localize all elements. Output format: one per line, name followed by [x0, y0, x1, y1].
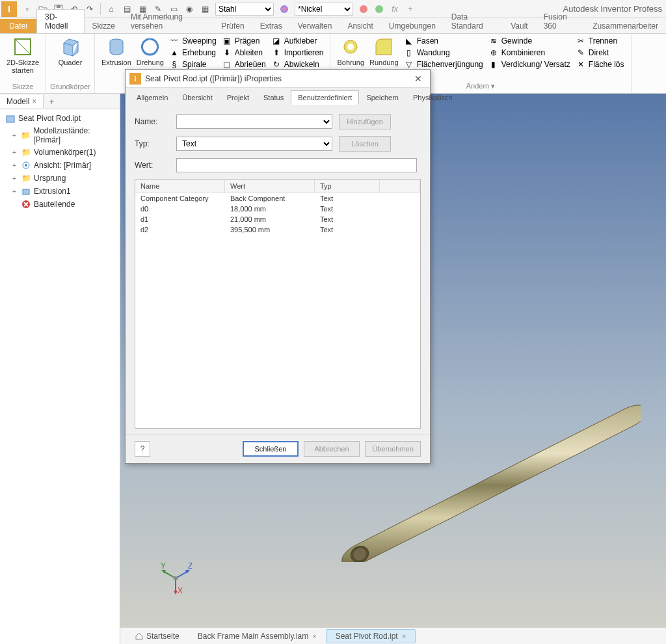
- btn-wandung[interactable]: ▯Wandung: [401, 47, 486, 59]
- folder-icon: 📁: [21, 130, 31, 141]
- iproperties-dialog: i Seat Pivot Rod.ipt ([Primär]) iPropert…: [125, 69, 431, 464]
- dtab-benutzerdefiniert[interactable]: Benutzerdefiniert: [291, 90, 359, 105]
- btn-importieren[interactable]: ⬆Importieren: [269, 47, 326, 59]
- help-button[interactable]: ?: [135, 441, 150, 457]
- fx-icon[interactable]: fx: [388, 2, 402, 16]
- dtab-status[interactable]: Status: [256, 90, 291, 105]
- svg-text:Y: Y: [161, 562, 166, 570]
- tab-document[interactable]: Back Frame Main Assembly.iam ×: [189, 630, 326, 643]
- expand-icon[interactable]: +: [10, 188, 18, 195]
- appearance-select[interactable]: *Nickel: [295, 3, 353, 16]
- dtab-uebersicht[interactable]: Übersicht: [175, 90, 219, 105]
- close-icon[interactable]: ×: [402, 632, 406, 640]
- btn-erhebung[interactable]: ▲Erhebung: [166, 47, 219, 59]
- expand-icon[interactable]: +: [10, 175, 18, 182]
- table-row[interactable]: Component CategoryBack ComponentText: [135, 193, 420, 204]
- tab-data-standard[interactable]: Data Standard: [444, 10, 503, 33]
- redo-icon[interactable]: ↷: [83, 2, 97, 16]
- tab-3d-modell[interactable]: 3D-Modell: [36, 9, 85, 33]
- home-icon[interactable]: ⌂: [104, 2, 118, 16]
- color-wheel-2-icon[interactable]: [356, 2, 371, 16]
- expand-icon[interactable]: +: [10, 162, 18, 169]
- btn-praegen[interactable]: ▣Prägen: [219, 35, 269, 47]
- cell: d2: [135, 224, 225, 235]
- btn-quader[interactable]: Quader: [56, 35, 85, 68]
- table-row[interactable]: d2395,500 mmText: [135, 224, 420, 235]
- col-typ[interactable]: Typ: [315, 180, 380, 193]
- tab-file[interactable]: Datei: [0, 19, 36, 33]
- wert-field[interactable]: [176, 158, 417, 172]
- btn-fasen[interactable]: ◣Fasen: [401, 35, 486, 47]
- axis-widget[interactable]: X Y Z: [159, 562, 192, 595]
- tree-item[interactable]: +📁Ursprung: [1, 172, 118, 185]
- expand-icon[interactable]: +: [10, 132, 18, 139]
- col-wert[interactable]: Wert: [225, 180, 315, 193]
- btn-2d-skizze[interactable]: 2D-Skizze starten: [4, 35, 42, 75]
- btn-drehung[interactable]: Drehung: [134, 35, 166, 68]
- properties-table[interactable]: Name Wert Typ Component CategoryBack Com…: [135, 179, 421, 429]
- tab-extras[interactable]: Extras: [252, 19, 290, 33]
- table-row[interactable]: d121,000 mmText: [135, 214, 420, 224]
- col-spacer: [380, 180, 420, 193]
- browser-tab-modell[interactable]: Modell×: [0, 95, 44, 108]
- typ-field[interactable]: Text: [176, 137, 332, 151]
- color-wheel-1-icon[interactable]: [277, 2, 291, 16]
- btn-label: Extrusion: [101, 59, 131, 66]
- btn-aufkleber[interactable]: ◪Aufkleber: [269, 35, 326, 47]
- tab-verwalten[interactable]: Verwalten: [290, 19, 340, 33]
- table-row[interactable]: d018,000 mmText: [135, 204, 420, 214]
- tab-ansicht[interactable]: Ansicht: [340, 19, 380, 33]
- add-tab-button[interactable]: +: [44, 96, 59, 107]
- appearance-selector[interactable]: *Nickel: [295, 3, 353, 16]
- tab-umgebungen[interactable]: Umgebungen: [381, 19, 444, 33]
- tree-item[interactable]: +Ansicht: [Primär]: [1, 159, 118, 172]
- separator: [100, 3, 101, 15]
- close-icon[interactable]: ×: [312, 632, 316, 640]
- tree-item[interactable]: +📁Volumenkörper(1): [1, 146, 118, 159]
- tab-startseite[interactable]: Startseite: [126, 630, 189, 643]
- tab-vault[interactable]: Vault: [503, 19, 535, 33]
- btn-flaeche-loes[interactable]: ✕Fläche lös: [573, 59, 627, 70]
- btn-label: Verdickung/ Versatz: [501, 60, 570, 69]
- btn-trennen[interactable]: ✂Trennen: [573, 35, 627, 47]
- tree-item[interactable]: Bauteilende: [1, 198, 118, 211]
- btn-kombinieren[interactable]: ⊕Kombinieren: [486, 47, 573, 59]
- ableiten-icon: ⬇: [222, 47, 232, 58]
- btn-label: Trennen: [589, 36, 617, 46]
- tree-root[interactable]: Seat Pivot Rod.ipt: [1, 112, 118, 125]
- dialog-body: Name: Hinzufügen Typ: Text Löschen Wert:…: [126, 105, 430, 434]
- part-icon: [5, 113, 16, 124]
- material-select-1[interactable]: Stahl: [215, 3, 274, 16]
- dtab-speichern[interactable]: Speichern: [359, 90, 406, 105]
- tab-zusammenarbeiter[interactable]: Zusammenarbeiter: [585, 19, 666, 33]
- btn-verdickung[interactable]: ▮Verdickung/ Versatz: [486, 59, 573, 70]
- plus-icon[interactable]: +: [403, 2, 418, 16]
- close-icon[interactable]: ×: [32, 97, 36, 106]
- btn-gewinde[interactable]: ≋Gewinde: [486, 35, 573, 47]
- tree-item[interactable]: +Extrusion1: [1, 185, 118, 198]
- close-button[interactable]: ✕: [410, 72, 426, 85]
- btn-sweeping[interactable]: 〰Sweeping: [166, 35, 219, 47]
- btn-direkt[interactable]: ✎Direkt: [573, 47, 627, 59]
- tab-document-active[interactable]: Seat Pivot Rod.ipt ×: [326, 629, 416, 643]
- close-dialog-button[interactable]: Schließen: [243, 441, 299, 457]
- dtab-physikalisch[interactable]: Physikalisch: [406, 90, 460, 105]
- material-selector-1[interactable]: Stahl: [215, 3, 274, 16]
- dtab-projekt[interactable]: Projekt: [220, 90, 256, 105]
- btn-label: Importieren: [284, 48, 324, 57]
- new-icon[interactable]: ▫: [20, 2, 34, 16]
- col-name[interactable]: Name: [135, 180, 225, 193]
- dialog-titlebar[interactable]: i Seat Pivot Rod.ipt ([Primär]) iPropert…: [126, 70, 430, 88]
- name-field[interactable]: [176, 114, 332, 129]
- expand-icon[interactable]: +: [10, 149, 18, 156]
- btn-ableiten[interactable]: ⬇Ableiten: [219, 47, 269, 59]
- extrusion-icon: [106, 36, 127, 57]
- tab-skizze[interactable]: Skizze: [85, 19, 123, 33]
- tab-pruefen[interactable]: Prüfen: [213, 19, 252, 33]
- tree-item[interactable]: +📁Modellzustände: [Primär]: [1, 125, 118, 146]
- tab-anmerkung[interactable]: Mit Anmerkung versehen: [123, 10, 213, 33]
- dtab-allgemein[interactable]: Allgemein: [129, 90, 175, 105]
- tab-fusion360[interactable]: Fusion 360: [536, 10, 585, 33]
- btn-extrusion[interactable]: Extrusion: [99, 35, 134, 68]
- color-wheel-3-icon[interactable]: [372, 2, 386, 16]
